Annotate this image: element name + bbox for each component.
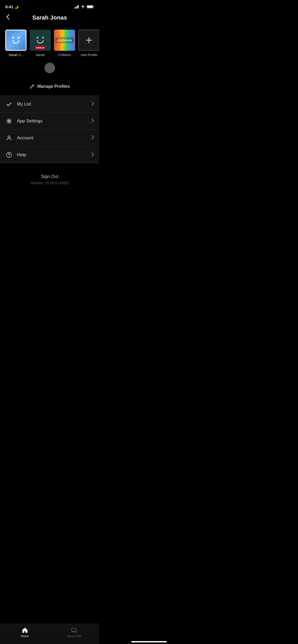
profile-name-children: Children [58,53,71,57]
loading-dot [44,63,55,73]
children-label-overlay: children [35,46,45,49]
menu-item-account[interactable]: Account [0,130,99,146]
svg-point-12 [8,120,10,122]
chevron-right-icon-my-list [92,102,94,107]
svg-rect-1 [76,7,76,8]
footer-section: Sign Out Version: 15.28.0 (4365) [0,163,99,190]
svg-rect-0 [74,7,75,8]
sign-out-button[interactable]: Sign Out [5,174,94,179]
menu-item-my-list[interactable]: My List [0,96,99,113]
status-time: 9:41 🌙 [5,4,19,9]
manage-profiles-text: Manage Profiles [37,84,70,89]
gear-icon [5,117,13,125]
status-icons [74,5,94,8]
back-button[interactable] [5,13,11,22]
moon-icon: 🌙 [14,5,19,9]
svg-point-4 [83,7,83,8]
wifi-icon [81,5,85,8]
version-text: Version: 15.28.0 (4365) [5,181,94,185]
help-label: Help [17,152,92,158]
svg-rect-6 [93,6,94,7]
add-profile-item[interactable]: Add Profile [78,30,99,57]
svg-rect-3 [78,5,79,8]
profile-item-children[interactable]: children Children [54,30,75,57]
svg-rect-2 [77,6,78,8]
svg-point-13 [8,136,10,138]
add-profile-label: Add Profile [80,53,97,57]
loading-indicator [5,61,94,73]
status-bar: 9:41 🌙 [0,0,99,12]
chevron-right-icon-help [92,152,94,158]
checkmark-icon [5,100,13,108]
profile-avatar-sarah: children [30,30,51,51]
manage-profiles-button[interactable]: Manage Profiles [0,80,99,95]
menu-section: My List App Settings [0,96,99,163]
menu-item-app-settings[interactable]: App Settings [0,113,99,130]
profile-name-sarah-j: Sarah J... [8,53,23,57]
battery-icon [87,5,94,8]
profile-avatar-children: children [54,30,75,51]
profile-item-sarah[interactable]: children Sarah [30,30,51,57]
signal-icon [74,5,79,8]
my-list-label: My List [17,102,92,107]
app-settings-label: App Settings [17,118,92,124]
profiles-grid: Sarah J... children Sarah [5,30,94,57]
chevron-right-icon-account [92,135,94,141]
account-label: Account [17,135,92,141]
menu-item-help[interactable]: Help [0,146,99,163]
person-icon [5,134,13,142]
svg-point-15 [9,156,9,156]
edit-icon [29,84,35,89]
svg-rect-7 [87,6,93,8]
page-header: Sarah Jonas [0,12,99,25]
page-title: Sarah Jonas [32,14,67,21]
nav-spacer [0,190,99,217]
profiles-section: Sarah J... children Sarah [0,25,99,80]
profile-name-sarah: Sarah [36,53,45,57]
profile-avatar-sarah-j [5,30,26,51]
add-profile-avatar [78,30,99,51]
question-icon [5,151,13,159]
chevron-right-icon-settings [92,118,94,124]
profile-item-sarah-j[interactable]: Sarah J... [5,30,26,57]
